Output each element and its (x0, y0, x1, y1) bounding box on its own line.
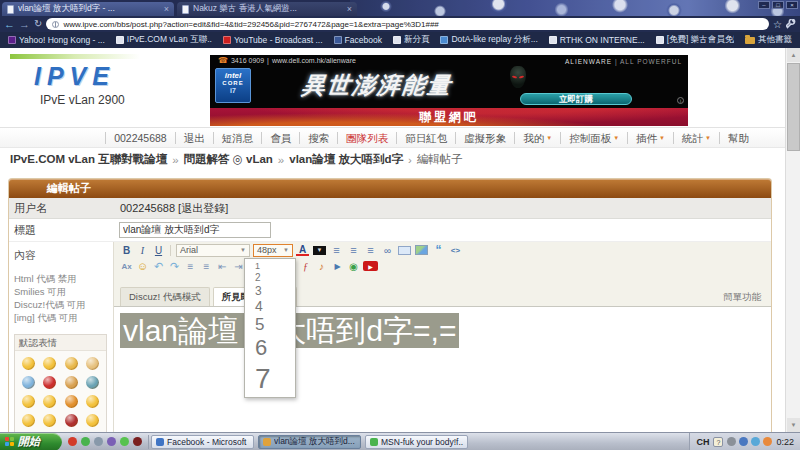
nav-item[interactable]: 短消息 (213, 132, 262, 144)
scroll-down-arrow[interactable]: ▼ (787, 418, 800, 432)
scroll-up-arrow[interactable]: ▲ (787, 48, 800, 62)
taskbar-task-button[interactable]: vlan論壇 放大唔到d... (258, 435, 361, 449)
handshake-emoticon[interactable] (65, 376, 78, 389)
breadcrumb-item[interactable]: IPvE.COM vLan 互聯對戰論壇 (10, 152, 167, 167)
chat-icon[interactable]: “ (432, 244, 445, 257)
undo-icon[interactable]: ↶ (152, 260, 165, 273)
youtube-icon[interactable]: ▶ (363, 261, 378, 271)
nav-item[interactable]: 退出 (175, 132, 213, 144)
font-size-option[interactable]: 4 (245, 298, 295, 315)
start-button[interactable]: 開始 (0, 433, 62, 450)
browser-tab[interactable]: Nakuz 樂古 香港人氣網遊... × (177, 2, 357, 16)
close-button[interactable]: × (786, 1, 798, 9)
bookmark-item[interactable]: 新分頁 (393, 34, 430, 46)
breadcrumb-item[interactable]: 編輯帖子 (417, 152, 463, 167)
ad-banner[interactable]: ☎ 3416 0909 | www.dell.com.hk/alienware … (210, 55, 688, 108)
nav-item[interactable]: 節日紅包 (396, 132, 455, 144)
nav-item[interactable]: 002245688 (105, 132, 175, 144)
quicklaunch-icon-4[interactable] (107, 437, 116, 446)
align-right-icon[interactable]: ≡ (364, 244, 377, 257)
align-center-icon[interactable]: ≡ (347, 244, 360, 257)
font-size-option[interactable]: 1 (245, 261, 295, 272)
quicklaunch-icon-1[interactable] (68, 437, 77, 446)
grin-emoticon[interactable] (43, 357, 56, 370)
browser-tab-active[interactable]: vlan論壇 放大唔到d字 - ... × (2, 2, 174, 16)
fury-emoticon[interactable] (65, 414, 78, 427)
nav-item[interactable]: 插件 ▼ (627, 132, 673, 144)
audio-icon[interactable]: ♪ (315, 260, 328, 273)
font-size-option[interactable]: 5 (245, 315, 295, 335)
tab-close-icon[interactable]: × (164, 4, 169, 14)
tray-users-icon[interactable] (739, 437, 748, 446)
site-logo[interactable]: IPVE (34, 62, 115, 91)
ad-sub-banner[interactable]: 聯盟網吧 (210, 108, 688, 126)
call-emoticon[interactable] (86, 376, 99, 389)
outdent-icon[interactable]: ⇤ (216, 260, 229, 273)
smirk-emoticon[interactable] (22, 395, 35, 408)
breadcrumb-item[interactable]: vlan論壇 放大唔到d字 (289, 152, 403, 167)
bookmark-item[interactable]: YouTube - Broadcast ... (223, 35, 323, 45)
quicklaunch-icon-6[interactable] (133, 437, 142, 446)
bold-icon[interactable]: B (120, 244, 133, 257)
unordered-list-icon[interactable]: ≡ (200, 260, 213, 273)
wrench-menu-icon[interactable] (786, 19, 796, 29)
quicklaunch-icon-3[interactable] (94, 437, 103, 446)
sweat-emoticon[interactable] (22, 414, 35, 427)
taskbar-task-button[interactable]: Facebook - Microsoft I... (151, 435, 254, 449)
vertical-scrollbar[interactable]: ▲ ▼ (785, 48, 800, 432)
align-left-icon[interactable]: ≡ (330, 244, 343, 257)
minimize-button[interactable]: – (758, 1, 770, 9)
editor-content-area[interactable]: vlan論壇 放大唔到d字=,= (114, 306, 771, 432)
nav-item[interactable]: 團隊列表 (337, 132, 396, 144)
laugh-emoticon[interactable] (43, 414, 56, 427)
bookmark-item[interactable]: Facebook (334, 35, 382, 45)
font-size-option[interactable]: 3 (245, 284, 295, 298)
redo-icon[interactable]: ↷ (168, 260, 181, 273)
tray-update-icon[interactable] (763, 437, 772, 446)
victory-emoticon[interactable] (86, 357, 99, 370)
italic-icon[interactable]: I (136, 244, 149, 257)
nav-item[interactable]: 我的 ▼ (514, 132, 560, 144)
clock-emoticon[interactable] (22, 376, 35, 389)
bookmark-item[interactable]: [免費] 樂古會員免註... (656, 34, 734, 46)
mad-emoticon[interactable] (65, 395, 78, 408)
subject-input[interactable] (119, 222, 271, 238)
flash-icon[interactable]: ƒ (299, 260, 312, 273)
forward-icon[interactable]: → (19, 17, 30, 31)
media-icon[interactable]: ◉ (347, 260, 360, 273)
quicklaunch-icon-2[interactable] (81, 437, 90, 446)
bookmark-item[interactable]: Yahoo! Hong Kong - ... (8, 35, 105, 45)
taskbar-task-button[interactable]: MSN-fuk your body!f... (365, 435, 468, 449)
font-size-select[interactable]: 48px ▼ (253, 244, 293, 257)
help-icon[interactable]: ? (713, 437, 723, 447)
insert-smiley-icon[interactable]: ☺ (136, 260, 149, 273)
ordered-list-icon[interactable]: ≡ (184, 260, 197, 273)
scrollbar-thumb[interactable] (787, 63, 800, 151)
bookmark-item[interactable]: DotA-like replay 分析... (440, 34, 537, 46)
address-bar[interactable]: www.ipve.com/bbs/post.php?action=edit&fi… (46, 18, 769, 30)
font-size-option[interactable]: 6 (245, 335, 295, 361)
quicklaunch-icon-5[interactable] (120, 437, 129, 446)
sad-emoticon[interactable] (86, 395, 99, 408)
bookmark-item[interactable]: RTHK ON INTERNE... (549, 35, 645, 45)
breadcrumb-item[interactable]: 問題解答 ◎ vLan (184, 152, 273, 167)
shock-emoticon[interactable] (86, 414, 99, 427)
nav-item[interactable]: 搜索 (299, 132, 337, 144)
other-bookmarks-button[interactable]: 其他書籤 (745, 34, 792, 46)
code-icon[interactable]: <> (449, 244, 462, 257)
back-icon[interactable]: ← (4, 17, 15, 31)
font-size-option[interactable]: 7 (245, 362, 295, 396)
remove-format-icon[interactable]: Ax (120, 260, 133, 273)
email-icon[interactable] (398, 246, 411, 255)
tray-network-icon[interactable] (751, 437, 760, 446)
ad-info-icon[interactable]: i (677, 97, 684, 104)
dance-emoticon[interactable] (65, 357, 78, 370)
font-family-select[interactable]: Arial ▼ (176, 244, 250, 257)
nav-item[interactable]: 控制面板 ▼ (560, 132, 627, 144)
video-icon[interactable]: ▶ (331, 260, 344, 273)
editor-mode-tab[interactable]: Discuz! 代碼模式 (120, 287, 210, 306)
nav-item[interactable]: 統計 ▼ (673, 132, 719, 144)
ad-order-button[interactable]: 立即訂購 (520, 93, 632, 105)
font-size-option[interactable]: 2 (245, 272, 295, 284)
bookmark-star-icon[interactable]: ☆ (773, 19, 782, 30)
